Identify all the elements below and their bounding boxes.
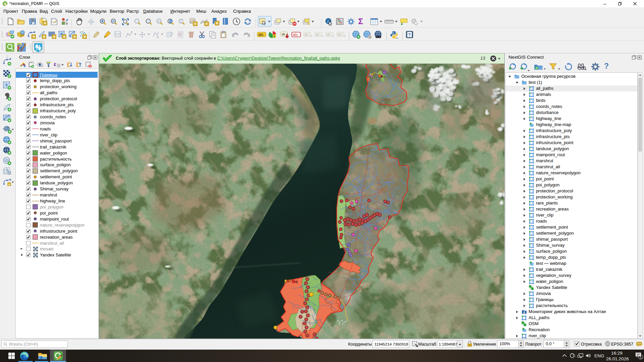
svg-text:ab: ab: [338, 33, 341, 36]
svg-text:abc: abc: [293, 33, 298, 37]
svg-text:i: i: [327, 19, 329, 24]
svg-text:ab: ab: [327, 33, 330, 36]
svg-text:?: ?: [408, 33, 411, 37]
svg-text:ab: ab: [305, 33, 308, 36]
svg-text:abc: abc: [258, 33, 264, 37]
svg-text:a: a: [66, 21, 68, 25]
svg-text:ab: ab: [282, 33, 285, 36]
svg-text:ab: ab: [316, 33, 319, 36]
svg-text:1: 1: [640, 356, 642, 359]
svg-text:1:1: 1:1: [157, 20, 161, 22]
